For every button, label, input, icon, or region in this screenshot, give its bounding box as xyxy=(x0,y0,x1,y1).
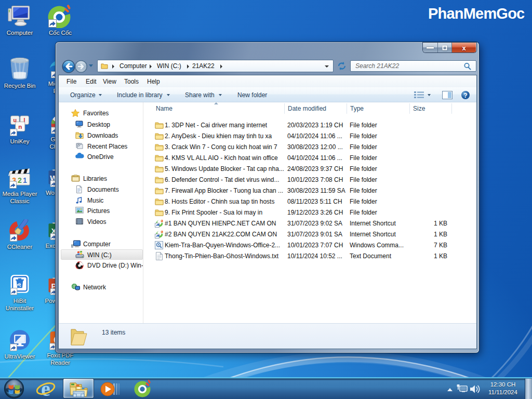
svg-text:e: e xyxy=(41,379,50,398)
svg-text:?: ? xyxy=(463,92,467,99)
svg-text:n: n xyxy=(18,124,22,130)
svg-text:1: 1 xyxy=(23,176,27,184)
svg-text:2: 2 xyxy=(18,176,22,184)
